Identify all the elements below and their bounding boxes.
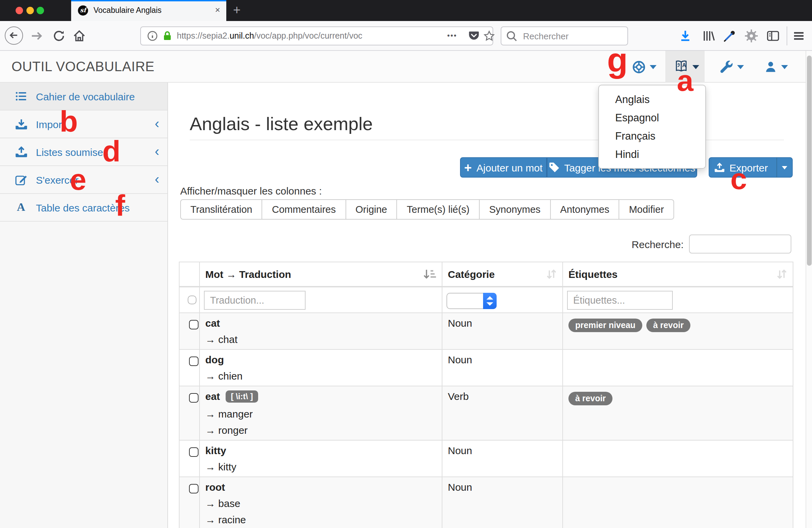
eyedropper-icon[interactable] (723, 29, 737, 43)
sidebar-item-cahier-de-vocabulaire[interactable]: Cahier de vocabulaire (0, 83, 167, 111)
chevron-down-icon (693, 65, 699, 69)
pocket-icon[interactable] (468, 30, 479, 41)
vocabulary-table: Mot → TraductionCatégorieÉtiquettescat→ … (179, 262, 793, 528)
column-toggle-modifier[interactable]: Modifier (620, 199, 674, 219)
sort-both-icon[interactable] (546, 269, 557, 281)
chevron-down-icon (781, 65, 788, 69)
url-bar[interactable]: https://sepia2.unil.ch/voc/app.php/voc/c… (140, 26, 493, 45)
chevron-collapse-icon: ‹ (155, 138, 159, 165)
upload-icon (14, 145, 28, 159)
select-stepper-icon[interactable] (483, 292, 497, 309)
page-actions-icon[interactable]: ••• (447, 27, 457, 44)
page-info-icon[interactable] (147, 30, 158, 41)
select-all-checkbox[interactable] (188, 295, 197, 304)
tab-close-icon[interactable]: × (215, 0, 220, 20)
sidebar-item-table-des-caracteres[interactable]: ATable des caractères (0, 194, 167, 222)
category-column-header[interactable]: Catégorie (442, 262, 563, 286)
table-row: root→ base→ racineNoun (179, 476, 793, 528)
row-checkbox[interactable] (189, 447, 199, 456)
library-icon[interactable] (702, 29, 715, 43)
sidebar-panel-icon[interactable] (766, 29, 780, 43)
row-checkbox[interactable] (189, 393, 199, 402)
user-menu-button[interactable] (764, 51, 788, 83)
back-arrow-icon (8, 29, 20, 41)
annotation-letter-d: d (102, 136, 120, 166)
window-zoom-button[interactable] (37, 7, 44, 14)
chevron-down-icon[interactable] (782, 166, 788, 169)
page-scrollbar[interactable] (805, 51, 812, 528)
main-content: Anglais - liste exemple + Ajouter un mot… (168, 83, 812, 528)
category-filter-select[interactable] (447, 292, 497, 309)
add-word-button[interactable]: + Ajouter un mot (460, 157, 547, 177)
forward-button[interactable] (30, 29, 43, 43)
home-button[interactable] (72, 29, 86, 43)
annotation-letter-g: g (607, 43, 628, 77)
column-toggle-commentaires[interactable]: Commentaires (263, 199, 346, 219)
row-checkbox[interactable] (189, 484, 199, 493)
chevron-down-icon (650, 65, 656, 69)
gear-icon[interactable] (744, 29, 758, 43)
translation-text: → base (205, 497, 436, 509)
tab-bar: sf Vocabulaire Anglais × + (0, 0, 812, 21)
url-prefix: https://sepia2. (177, 31, 230, 41)
back-button[interactable] (5, 26, 23, 45)
language-menu-item-espagnol[interactable]: Espagnol (599, 109, 705, 127)
language-menu-item-francais[interactable]: Français (599, 127, 705, 145)
export-icon (714, 162, 725, 172)
tags-column-header[interactable]: Étiquettes (563, 262, 793, 286)
language-menu-item-hindi[interactable]: Hindi (599, 145, 705, 163)
window-minimize-button[interactable] (26, 7, 33, 14)
annotation-letter-e: e (70, 165, 86, 195)
column-toggle-terme-s-lie-s[interactable]: Terme(s) lié(s) (397, 199, 480, 219)
tools-menu-button[interactable] (720, 51, 744, 83)
column-toggle-transliteration[interactable]: Translitération (180, 199, 263, 219)
downloads-icon[interactable] (679, 29, 693, 43)
window-close-button[interactable] (16, 7, 23, 14)
browser-tab[interactable]: sf Vocabulaire Anglais × (71, 0, 226, 21)
tag-pill: premier niveau (568, 318, 642, 332)
row-checkbox[interactable] (189, 356, 199, 366)
edit-icon (14, 173, 28, 186)
sort-both-icon[interactable] (777, 269, 787, 281)
word-text: dog (205, 354, 224, 365)
hamburger-menu-icon[interactable] (792, 29, 806, 43)
bookmark-star-icon[interactable] (483, 30, 494, 41)
sidebar-item-import[interactable]: Import‹ (0, 111, 167, 138)
help-menu-button[interactable] (632, 51, 656, 83)
phonetic-badge: [ \i:t\ ] (225, 390, 258, 402)
translation-text: → manger (205, 408, 436, 419)
sidebar-item-listes-soumises[interactable]: Listes soumises‹ (0, 138, 167, 166)
tag-pill: à revoir (646, 318, 691, 332)
site-favicon-icon: sf (78, 5, 88, 16)
wrench-icon (720, 60, 733, 73)
reload-button[interactable] (52, 29, 66, 43)
columns-toggle-group: TranslitérationCommentairesOrigineTerme(… (180, 199, 674, 219)
life-ring-icon (632, 60, 646, 73)
table-search-input[interactable] (689, 234, 791, 254)
word-text: kitty (205, 444, 226, 456)
column-toggle-origine[interactable]: Origine (346, 199, 397, 219)
export-button[interactable]: Exporter (709, 157, 793, 177)
annotation-letter-b: b (60, 106, 78, 136)
word-text: root (205, 481, 225, 493)
url-domain: unil.ch (230, 31, 254, 41)
row-checkbox[interactable] (189, 319, 199, 329)
tab-title: Vocabulaire Anglais (93, 0, 162, 21)
annotation-letter-a: a (677, 66, 693, 96)
new-tab-button[interactable]: + (233, 0, 241, 20)
word-text: cat (205, 317, 220, 328)
column-toggle-synonymes[interactable]: Synonymes (480, 199, 551, 219)
chevron-down-icon (737, 65, 744, 69)
split-button-divider (777, 157, 778, 177)
column-toggle-antonymes[interactable]: Antonymes (551, 199, 620, 219)
tags-filter-input[interactable] (567, 290, 673, 310)
word-column-header-label: Mot → Traduction (205, 268, 291, 280)
sort-desc-icon[interactable] (423, 269, 436, 282)
scrollbar-thumb[interactable] (807, 56, 812, 266)
add-word-label: Ajouter un mot (477, 162, 543, 173)
toolbar-separator (787, 26, 787, 45)
category-text: Noun (442, 476, 563, 528)
translation-filter-input[interactable] (204, 290, 306, 310)
https-lock-icon[interactable] (162, 30, 173, 41)
word-column-header[interactable]: Mot → Traduction (200, 262, 442, 286)
